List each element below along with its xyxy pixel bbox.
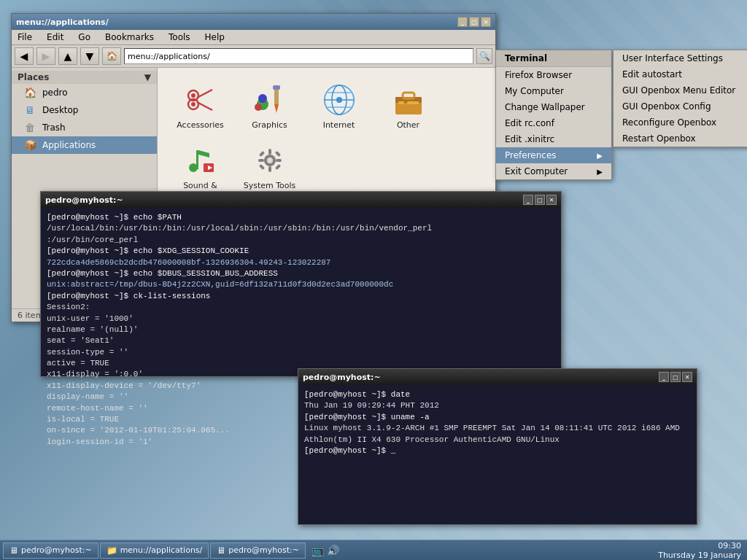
menu-edit-xinitrc[interactable]: Edit .xinitrc xyxy=(496,131,611,147)
menu-edit[interactable]: Edit xyxy=(44,31,66,43)
terminal1-close[interactable]: ✕ xyxy=(546,195,557,205)
svg-rect-25 xyxy=(196,150,198,169)
taskbar-item-terminal1[interactable]: 🖥 pedro@myhost:~ xyxy=(3,542,98,559)
menu-edit-xinitrc-label: Edit .xinitrc xyxy=(505,134,554,144)
terminal2-line2: Thu Jan 19 09:29:44 PHT 2012 xyxy=(304,400,691,411)
context-menu: Terminal Firefox Browser My Computer Cha… xyxy=(495,50,612,180)
taskbar-filemanager-label: menu://applications/ xyxy=(120,545,203,555)
svg-point-10 xyxy=(258,94,267,103)
taskbar-item-terminal2[interactable]: 🖥 pedro@myhost:~ xyxy=(210,542,306,559)
svg-rect-31 xyxy=(268,149,271,155)
terminal2-content[interactable]: [pedro@myhost ~]$ date Thu Jan 19 09:29:… xyxy=(298,385,697,461)
sidebar-item-applications[interactable]: 📦 Applications xyxy=(12,136,157,154)
icon-internet[interactable]: Internet xyxy=(308,79,370,133)
svg-marker-26 xyxy=(198,150,209,158)
icon-other[interactable]: Other xyxy=(377,79,439,133)
internet-label: Internet xyxy=(323,120,355,130)
menu-tools[interactable]: Tools xyxy=(166,31,193,43)
menu-change-wallpaper-label: Change Wallpaper xyxy=(505,102,585,112)
terminal1-window: pedro@myhost:~ _ □ ✕ [pedro@myhost ~]$ e… xyxy=(40,191,562,377)
menu-exit-computer[interactable]: Exit Computer ▶ xyxy=(496,163,611,179)
taskbar-item-filemanager[interactable]: 📁 menu://applications/ xyxy=(100,542,209,559)
submenu-restart-openbox[interactable]: Restart Openbox xyxy=(614,131,747,147)
svg-rect-21 xyxy=(403,93,414,98)
icon-graphics[interactable]: Graphics xyxy=(239,79,301,133)
svg-rect-22 xyxy=(398,101,404,104)
other-icon-img xyxy=(391,82,426,117)
sidebar-item-pedro[interactable]: 🏠 pedro xyxy=(12,84,157,101)
sidebar-item-desktop[interactable]: 🖥 Desktop xyxy=(12,101,157,119)
other-label: Other xyxy=(397,120,419,130)
menu-firefox-label: Firefox Browser xyxy=(505,70,572,80)
submenu-ui-settings-label: User Interface Settings xyxy=(622,53,723,63)
menu-bookmarks[interactable]: Bookmarks xyxy=(102,31,157,43)
terminal2-titlebar: pedro@myhost:~ _ □ ✕ xyxy=(298,369,697,385)
terminal2-titlebar-buttons: _ □ ✕ xyxy=(659,372,692,382)
system-tools-icon-img xyxy=(252,143,287,178)
terminal2-close[interactable]: ✕ xyxy=(682,372,692,382)
svg-rect-36 xyxy=(274,151,280,157)
maximize-button[interactable]: □ xyxy=(469,17,479,27)
sidebar-toggle-icon[interactable]: ▼ xyxy=(144,72,151,82)
submenu-reconfigure-openbox[interactable]: Reconfigure Openbox xyxy=(614,114,747,131)
terminal1-line7: unix:abstract=/tmp/dbus-BD4j2z2CXN,guid=… xyxy=(47,279,555,290)
internet-icon-img xyxy=(322,82,357,117)
preferences-arrow-icon: ▶ xyxy=(597,152,603,160)
svg-point-11 xyxy=(255,104,262,111)
menu-exit-computer-label: Exit Computer xyxy=(505,166,568,176)
sidebar-item-trash[interactable]: 🗑 Trash xyxy=(12,119,157,136)
submenu-gui-openbox-config-label: GUI Openbox Config xyxy=(622,101,711,112)
submenu-ui-settings[interactable]: User Interface Settings xyxy=(614,50,747,66)
taskbar-terminal1-label: pedro@myhost:~ xyxy=(21,545,92,555)
sidebar-trash-label: Trash xyxy=(42,122,66,133)
terminal1-line1: [pedro@myhost ~]$ echo $PATH xyxy=(47,212,555,223)
submenu-gui-menu-editor[interactable]: GUI Openbox Menu Editor xyxy=(614,82,747,98)
icon-accessories[interactable]: Accessories xyxy=(169,79,231,133)
forward-button[interactable]: ▶ xyxy=(36,47,55,65)
svg-point-5 xyxy=(191,102,196,106)
submenu-gui-openbox-config[interactable]: GUI Openbox Config xyxy=(614,98,747,114)
home-button[interactable]: 🏠 xyxy=(102,47,121,65)
up-button[interactable]: ▲ xyxy=(58,47,77,65)
submenu-restart-openbox-label: Restart Openbox xyxy=(622,133,696,144)
submenu-edit-autostart-label: Edit autostart xyxy=(622,69,682,79)
dropdown-button[interactable]: ▼ xyxy=(80,47,99,65)
svg-rect-38 xyxy=(274,164,280,170)
close-button[interactable]: ✕ xyxy=(481,17,491,27)
sidebar-places-label: Places xyxy=(18,72,49,82)
menu-edit-rcconf[interactable]: Edit rc.conf xyxy=(496,115,611,131)
menu-my-computer[interactable]: My Computer xyxy=(496,83,611,99)
menu-preferences[interactable]: Preferences ▶ xyxy=(496,147,611,163)
minimize-button[interactable]: _ xyxy=(457,17,468,27)
menu-change-wallpaper[interactable]: Change Wallpaper xyxy=(496,99,611,115)
svg-point-18 xyxy=(336,97,342,103)
sound-video-icon-img xyxy=(183,143,218,178)
search-icon[interactable]: 🔍 xyxy=(476,48,492,64)
filemanager-toolbar: ◀ ▶ ▲ ▼ 🏠 menu://applications/ 🔍 xyxy=(12,45,495,68)
clock-time: 09:30 xyxy=(658,541,741,551)
menu-file[interactable]: File xyxy=(15,31,35,43)
address-bar[interactable]: menu://applications/ xyxy=(124,48,473,64)
terminal2-minimize[interactable]: _ xyxy=(659,372,669,382)
menu-firefox[interactable]: Firefox Browser xyxy=(496,67,611,83)
taskbar-terminal2-icon: 🖥 xyxy=(217,545,225,556)
graphics-label: Graphics xyxy=(252,120,287,130)
terminal1-line9: Session2: xyxy=(47,302,555,313)
taskbar-terminal1-icon: 🖥 xyxy=(9,545,18,556)
terminal1-maximize[interactable]: □ xyxy=(535,195,545,205)
back-button[interactable]: ◀ xyxy=(15,47,34,65)
trash-icon: 🗑 xyxy=(23,121,36,134)
submenu-edit-autostart[interactable]: Edit autostart xyxy=(614,66,747,82)
terminal2-line5: [pedro@myhost ~]$ _ xyxy=(304,446,691,456)
filemanager-titlebar: menu://applications/ _ □ ✕ xyxy=(12,14,495,30)
svg-point-4 xyxy=(191,93,196,98)
menu-go[interactable]: Go xyxy=(75,31,93,43)
menu-help[interactable]: Help xyxy=(202,31,228,43)
context-menu-title: Terminal xyxy=(505,53,547,63)
svg-rect-34 xyxy=(276,159,282,162)
systray-network-icon: 🔊 xyxy=(327,545,339,556)
terminal1-minimize[interactable]: _ xyxy=(523,195,533,205)
terminal2-maximize[interactable]: □ xyxy=(670,372,681,382)
sidebar-header: Places ▼ xyxy=(12,71,157,84)
menu-edit-rcconf-label: Edit rc.conf xyxy=(505,118,554,128)
